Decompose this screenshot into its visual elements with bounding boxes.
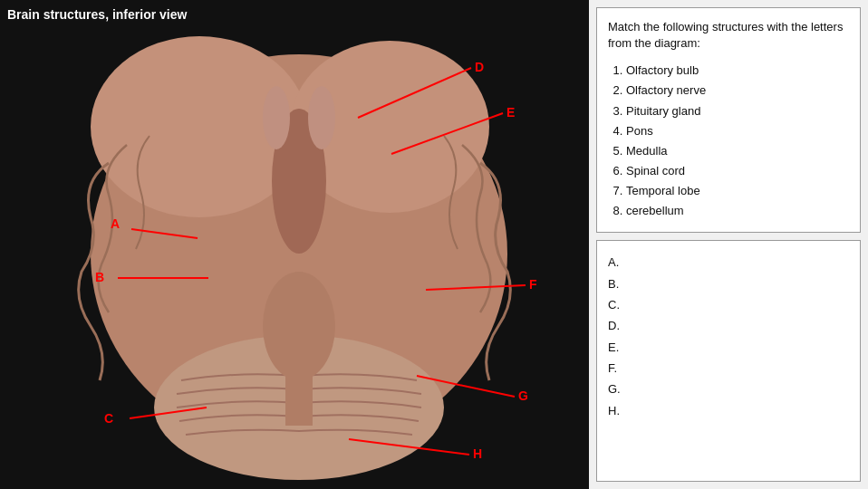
svg-rect-7 <box>285 353 313 426</box>
answer-row-f: F. <box>608 358 849 379</box>
svg-point-9 <box>308 86 335 149</box>
structure-item-3: Pituitary gland <box>626 101 849 121</box>
structure-item-4: Pons <box>626 121 849 141</box>
svg-text:B: B <box>95 270 104 284</box>
structure-item-7: Temporal lobe <box>626 181 849 201</box>
answer-row-b: B. <box>608 273 849 294</box>
answer-row-e: E. <box>608 337 849 358</box>
prompt-text: Match the following structures with the … <box>608 19 849 52</box>
structure-item-5: Medulla <box>626 141 849 161</box>
svg-text:F: F <box>529 277 537 292</box>
answer-row-c: C. <box>608 294 849 315</box>
answers-box: A.B.C.D.E.F.G.H. <box>596 240 861 482</box>
structure-item-1: Olfactory bulb <box>626 61 849 81</box>
answer-row-g: G. <box>608 379 849 399</box>
svg-text:A: A <box>111 216 120 231</box>
answer-row-a: A. <box>608 252 849 273</box>
svg-point-8 <box>263 86 290 149</box>
image-title: Brain structures, inferior view <box>7 7 187 22</box>
answer-row-h: H. <box>608 400 849 421</box>
right-panel: Match the following structures with the … <box>589 0 868 489</box>
structure-item-8: cerebellum <box>626 201 849 221</box>
svg-text:C: C <box>104 411 113 426</box>
svg-text:H: H <box>473 446 482 461</box>
brain-image-panel: Brain structures, inferior view <box>0 0 589 489</box>
svg-text:E: E <box>506 105 515 120</box>
structures-box: Match the following structures with the … <box>596 7 861 233</box>
structure-item-2: Olfactory nerve <box>626 81 849 101</box>
structures-list: Olfactory bulbOlfactory nervePituitary g… <box>608 61 849 221</box>
svg-text:D: D <box>475 60 484 74</box>
svg-text:G: G <box>518 388 528 403</box>
answer-row-d: D. <box>608 315 849 336</box>
structure-item-6: Spinal cord <box>626 161 849 181</box>
